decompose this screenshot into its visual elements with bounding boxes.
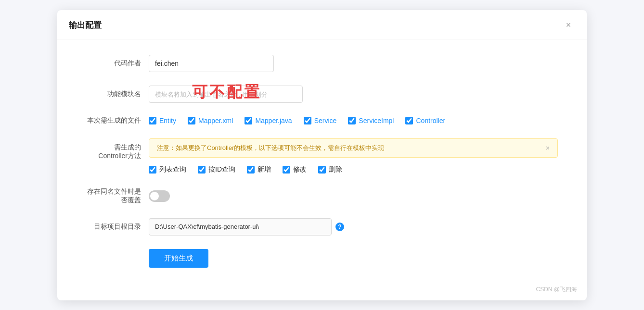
files-checkbox-item[interactable]: Entity [149, 117, 176, 124]
file-checkbox-label: ServiceImpl [359, 117, 394, 124]
controller-method-label: 需生成的Controller方法 [86, 138, 149, 161]
target-dir-label: 目标项目根目录 [86, 223, 149, 231]
controller-checkbox[interactable] [283, 166, 290, 174]
controller-content: 注意：如果更换了Controller的模板，以下选项可能不会生效，需自行在模板中… [149, 138, 558, 174]
help-icon[interactable]: ? [335, 223, 344, 231]
controller-checkbox-group: 列表查询按ID查询新增修改删除 [149, 165, 558, 174]
file-checkbox[interactable] [348, 117, 356, 124]
generate-row: 开始生成 [86, 249, 558, 268]
files-row: 本次需生成的文件 EntityMapper.xmlMapper.javaServ… [86, 116, 558, 125]
file-checkbox[interactable] [304, 117, 311, 124]
notice-box: 注意：如果更换了Controller的模板，以下选项可能不会生效，需自行在模板中… [149, 138, 558, 158]
target-dir-row: 目标项目根目录 ? [86, 218, 558, 236]
dialog-title: 输出配置 [69, 20, 102, 31]
toggle-slider [149, 190, 170, 202]
file-checkbox-label: Service [314, 117, 337, 124]
controller-checkbox[interactable] [198, 166, 206, 174]
generate-button[interactable]: 开始生成 [149, 249, 208, 268]
controller-checkbox-item[interactable]: 新增 [247, 165, 271, 174]
dialog-header: 输出配置 × [57, 10, 587, 39]
module-input[interactable] [149, 86, 303, 103]
file-checkbox-label: Controller [416, 117, 445, 124]
controller-checkbox-label: 新增 [258, 165, 271, 174]
file-checkbox[interactable] [245, 117, 252, 124]
controller-checkbox-item[interactable]: 修改 [283, 165, 307, 174]
overwrite-toggle[interactable] [149, 190, 170, 202]
controller-checkbox[interactable] [149, 166, 156, 174]
files-label: 本次需生成的文件 [86, 116, 149, 125]
file-checkbox-label: Mapper.xml [198, 117, 233, 124]
file-checkbox-label: Mapper.java [255, 117, 292, 124]
module-label: 功能模块名 [86, 90, 149, 99]
notice-close-button[interactable]: × [546, 144, 550, 152]
author-input[interactable] [149, 55, 274, 72]
controller-checkbox[interactable] [247, 166, 255, 174]
controller-checkbox-label: 按ID查询 [208, 165, 235, 174]
controller-section: 需生成的Controller方法 注意：如果更换了Controller的模板，以… [86, 138, 558, 174]
author-label: 代码作者 [86, 59, 149, 68]
files-checkbox-item[interactable]: Mapper.xml [188, 117, 233, 124]
controller-checkbox-item[interactable]: 列表查询 [149, 165, 186, 174]
file-checkbox[interactable] [405, 117, 413, 124]
files-checkbox-item[interactable]: Mapper.java [245, 117, 292, 124]
file-checkbox-label: Entity [159, 117, 176, 124]
overwrite-label: 存在同名文件时是否覆盖 [86, 187, 149, 205]
path-input-wrap: ? [149, 218, 344, 236]
files-checkbox-item[interactable]: Service [304, 117, 337, 124]
author-row: 代码作者 [86, 55, 558, 72]
target-dir-input[interactable] [149, 218, 332, 236]
notice-text: 注意：如果更换了Controller的模板，以下选项可能不会生效，需自行在模板中… [157, 144, 384, 152]
footer-text: CSDN @飞四海 [536, 285, 577, 294]
controller-checkbox-label: 修改 [293, 165, 307, 174]
controller-checkbox-label: 删除 [329, 165, 342, 174]
controller-checkbox-item[interactable]: 删除 [318, 165, 342, 174]
files-checkbox-item[interactable]: Controller [405, 117, 445, 124]
controller-checkbox[interactable] [318, 166, 326, 174]
controller-checkbox-label: 列表查询 [159, 165, 186, 174]
output-config-dialog: 输出配置 × 代码作者 功能模块名 可不配置 本次需生成的文件 EntityMa… [57, 10, 587, 300]
files-checkbox-item[interactable]: ServiceImpl [348, 117, 394, 124]
file-checkbox[interactable] [188, 117, 195, 124]
dialog-body: 代码作者 功能模块名 可不配置 本次需生成的文件 EntityMapper.xm… [57, 39, 587, 300]
overwrite-row: 存在同名文件时是否覆盖 [86, 187, 558, 205]
controller-checkbox-item[interactable]: 按ID查询 [198, 165, 235, 174]
files-checkbox-group: EntityMapper.xmlMapper.javaServiceServic… [149, 117, 445, 124]
close-button[interactable]: × [562, 19, 575, 32]
file-checkbox[interactable] [149, 117, 156, 124]
module-row: 功能模块名 可不配置 [86, 86, 558, 103]
